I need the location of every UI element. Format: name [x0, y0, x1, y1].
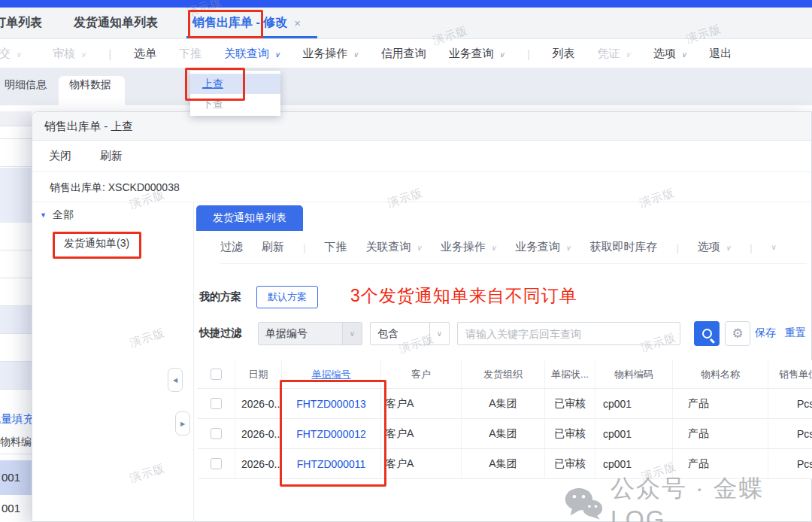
quick-filter-label: 快捷过滤	[199, 326, 241, 340]
search-button[interactable]	[694, 321, 720, 346]
app-screen: 订单列表 发货通知单列表 销售出库单 - 修改 × 提交 审核 选单 下推 关联…	[0, 0, 812, 522]
save-link[interactable]: 保存	[755, 326, 776, 340]
filter-settings-button[interactable]: ⚙	[725, 321, 750, 346]
tree-splitter	[193, 202, 194, 522]
collapse-left-handle[interactable]: ◀	[168, 368, 183, 392]
table-row[interactable]: 2026-0.. FHTZD000013 客户A A集团 已审核 cp001 产…	[198, 389, 812, 419]
toolbar-get-stock[interactable]: 获取即时库存	[589, 240, 657, 254]
background-grid-row[interactable]: 001	[0, 495, 32, 522]
menu-assoc-query[interactable]: 关联查询	[224, 47, 280, 61]
scheme-row: 我的方案 默认方案	[199, 285, 318, 309]
col-header-customer[interactable]: 客户	[381, 360, 462, 388]
lookup-dialog: 销售出库单 - 上查 关闭 刷新 销售出库单: XSCKD000038 ▼ 全部…	[32, 111, 812, 522]
tab-delivery-notice-list-inner[interactable]: 发货通知单列表	[196, 205, 303, 231]
col-header-bill-no[interactable]: 单据编号	[282, 360, 381, 388]
menu-separator	[108, 47, 111, 60]
dialog-close-button[interactable]: 关闭	[49, 149, 71, 163]
menu-select-bill[interactable]: 选单	[134, 47, 156, 61]
toolbar-separator	[303, 241, 305, 253]
main-tab-bar: 订单列表 发货通知单列表 销售出库单 - 修改 ×	[0, 8, 812, 39]
table-row[interactable]: 2026-0.. FHTZD000012 客户A A集团 已审核 cp001 产…	[198, 419, 812, 449]
col-header-status[interactable]: 单据状...	[545, 360, 595, 388]
col-header-material-code[interactable]: 物料编码	[595, 360, 673, 388]
dialog-toolbar: 关闭 刷新	[32, 141, 811, 172]
select-all-checkbox[interactable]	[211, 369, 222, 380]
tab-order-list[interactable]: 订单列表	[0, 15, 48, 31]
background-form-band	[0, 168, 32, 223]
default-scheme-button[interactable]: 默认方案	[256, 286, 318, 308]
tab-delivery-notice-list[interactable]: 发货通知单列表	[74, 15, 158, 31]
background-form-band	[0, 306, 32, 333]
background-form-band	[0, 362, 32, 389]
toolbar-push-down[interactable]: 下推	[324, 240, 347, 254]
col-header-material-name[interactable]: 物料名称	[673, 360, 768, 388]
tree-node-all[interactable]: ▼ 全部	[40, 208, 74, 222]
menu-biz-query[interactable]: 业务查询	[449, 47, 504, 61]
tree-expand-icon[interactable]: ▼	[40, 211, 47, 219]
bill-no-link[interactable]: FHTZD000012	[296, 428, 366, 440]
bill-no-link[interactable]: FHTZD000011	[297, 458, 366, 470]
toolbar-biz-operation[interactable]: 业务操作	[441, 240, 496, 254]
reset-link[interactable]: 重置	[785, 326, 806, 340]
menu-submit: 提交	[0, 47, 30, 61]
toolbar-filter[interactable]: 过滤	[220, 240, 243, 254]
tab-close-icon[interactable]: ×	[294, 17, 301, 29]
chevron-down-icon: ∨	[429, 323, 449, 344]
toolbar-separator	[750, 241, 752, 253]
menu-voucher: 凭证	[598, 47, 631, 61]
list-toolbar: 过滤 刷新 下推 关联查询 业务操作 业务查询 获取即时库存 选项 ∨	[220, 231, 807, 264]
chevron-down-icon: ∨	[342, 323, 362, 344]
subtab-detail-info[interactable]: 明细信息	[5, 78, 47, 92]
menu-push-down: 下推	[179, 47, 201, 61]
menu-audit: 审核	[53, 47, 86, 61]
toolbar-options[interactable]: 选项	[698, 240, 731, 254]
my-scheme-label: 我的方案	[199, 290, 241, 304]
row-checkbox[interactable]	[211, 398, 222, 409]
active-tab-indicator	[186, 36, 317, 38]
toolbar-separator	[676, 241, 678, 253]
dialog-title: 销售出库单 - 上查	[32, 112, 811, 141]
menu-biz-operation[interactable]: 业务操作	[302, 47, 358, 61]
menu-options[interactable]: 选项	[653, 47, 686, 61]
source-bill-info: 销售出库单: XSCKD000038	[32, 172, 811, 202]
subtab-material-data[interactable]: 物料数据	[69, 78, 111, 92]
top-accent-bar	[0, 0, 812, 8]
dropdown-item-trace-down: 下查	[190, 94, 280, 114]
search-icon	[702, 329, 712, 338]
toolbar-biz-query[interactable]: 业务查询	[515, 240, 571, 254]
gear-icon: ⚙	[732, 326, 743, 341]
table-header-row: 日期 单据编号 客户 发货组织 单据状... 物料编码 物料名称 销售单位	[198, 360, 812, 389]
keyword-search-input[interactable]	[457, 322, 680, 345]
toolbar-more-chevron[interactable]: ∨	[771, 243, 776, 251]
toolbar-assoc-query[interactable]: 关联查询	[365, 240, 421, 254]
row-checkbox[interactable]	[211, 458, 222, 469]
bill-no-link[interactable]: FHTZD000013	[296, 398, 366, 410]
menu-credit-query[interactable]: 信用查询	[381, 47, 426, 61]
menu-list[interactable]: 列表	[553, 47, 575, 61]
quick-filter-row: 快捷过滤 单据编号∨ 包含∨ ⚙ 保存 重置 ≫	[199, 321, 812, 347]
delivery-notice-table: 日期 单据编号 客户 发货组织 单据状... 物料编码 物料名称 销售单位 20…	[198, 360, 812, 479]
menu-exit[interactable]: 退出	[709, 47, 732, 61]
dropdown-item-trace-up[interactable]: 上查	[190, 74, 280, 94]
tab-sales-outbound-edit[interactable]: 销售出库单 - 修改 ×	[192, 15, 301, 31]
filter-field-select[interactable]: 单据编号∨	[258, 322, 362, 345]
assoc-query-dropdown: 上查 下查	[190, 71, 280, 116]
table-row[interactable]: 2026-0.. FHTZD000011 客户A A集团 已审核 cp001 产…	[198, 449, 812, 479]
dialog-refresh-button[interactable]: 刷新	[100, 149, 123, 163]
toolbar-refresh[interactable]: 刷新	[262, 240, 284, 254]
collapse-right-handle[interactable]: ▶	[175, 411, 190, 436]
form-content-band	[0, 105, 812, 111]
row-checkbox[interactable]	[211, 428, 222, 439]
col-header-sales-unit[interactable]: 销售单位	[768, 360, 812, 388]
source-bill-number: XSCKD000038	[108, 181, 180, 193]
menu-separator	[527, 47, 530, 60]
batch-fill-link[interactable]: 批量填充	[0, 412, 32, 429]
menu-bar: 提交 审核 选单 下推 关联查询 业务操作 信用查询 业务查询 列表 凭证 选项…	[0, 39, 812, 68]
background-grid-row-selected[interactable]: 001	[0, 460, 32, 495]
background-form-header	[0, 111, 32, 126]
tree-node-delivery-notices[interactable]: 发货通知单(3)	[64, 237, 129, 250]
col-header-date[interactable]: 日期	[235, 360, 282, 388]
col-header-delivery-org[interactable]: 发货组织	[462, 360, 545, 388]
material-code-column-header: 物料编码	[0, 435, 32, 454]
filter-operator-select[interactable]: 包含∨	[370, 322, 450, 345]
